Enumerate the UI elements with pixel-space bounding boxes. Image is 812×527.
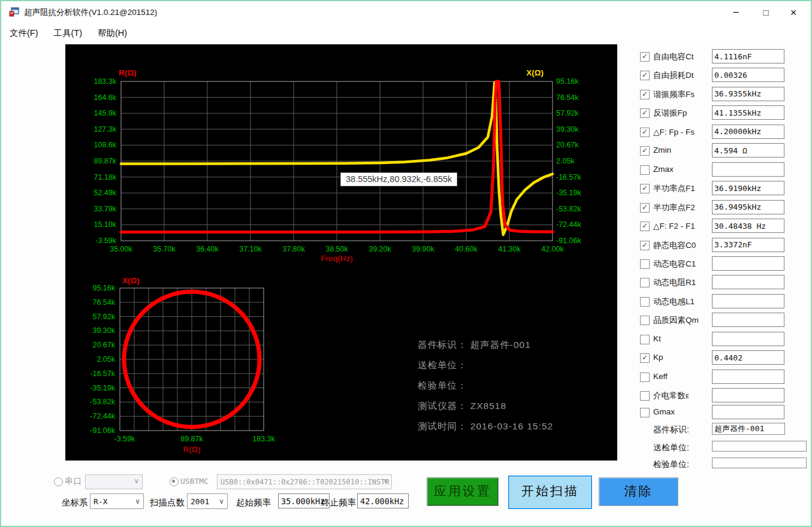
clear-button[interactable]: 清除 [599,477,678,506]
result-value-field[interactable] [712,105,784,120]
svg-text:57.92k: 57.92k [92,313,115,321]
result-checkbox[interactable]: ✓ [640,222,650,231]
extra-field-input[interactable] [712,423,785,435]
result-value-field[interactable] [712,275,784,289]
result-value-field[interactable] [712,388,784,402]
result-checkbox[interactable] [640,316,650,325]
svg-text:164.6k: 164.6k [93,93,116,102]
result-checkbox[interactable]: ✓ [640,203,650,213]
result-checkbox[interactable] [640,408,650,417]
svg-text:95.16k: 95.16k [556,77,579,86]
result-checkbox[interactable] [640,278,650,287]
result-checkbox[interactable] [640,165,650,175]
result-value-field[interactable] [712,49,784,63]
svg-text:76.54k: 76.54k [92,298,115,307]
usbtmc-resource-combo[interactable]: USB0::0x0471::0x2786::T020215010::INSTR … [217,474,392,489]
result-checkbox[interactable]: ✓ [640,108,650,118]
result-value-field[interactable] [712,162,784,177]
svg-text:145.9k: 145.9k [93,109,116,117]
result-row: 动态电容C1 [634,258,812,272]
result-checkbox[interactable] [640,297,650,307]
coord-system-combo[interactable]: R-X ∨ [90,493,144,509]
result-value-field[interactable] [712,200,784,214]
result-value-field[interactable] [712,350,784,365]
result-label: 动态电阻R1 [653,277,696,288]
result-row: ✓反谐振Fp [634,107,812,121]
serial-port-combo[interactable]: ∨ [85,474,143,489]
chevron-down-icon: ∨ [134,477,139,485]
result-value-field[interactable] [712,143,784,158]
info-line: 送检单位： [418,359,553,380]
svg-text:-3.59k: -3.59k [114,435,135,443]
info-line: 器件标识： 超声器件-001 [418,339,553,359]
extra-field-label: 器件标识: [653,425,689,435]
menu-file[interactable]: 文件(F) [2,25,46,41]
svg-text:76.54k: 76.54k [556,93,579,102]
result-value-field[interactable] [712,219,784,233]
result-checkbox[interactable] [640,372,650,382]
result-row: 介电常数ε [634,389,812,404]
menu-tools[interactable]: 工具(T) [47,25,90,41]
result-value-field[interactable] [712,125,784,139]
chevron-down-icon: ∨ [383,477,388,485]
sweep-points-combo[interactable]: 2001 ∨ [187,493,228,509]
result-value-field[interactable] [712,68,784,82]
result-row: ✓静态电容C0 [634,239,812,253]
extra-field-input[interactable] [712,458,807,468]
result-checkbox[interactable]: ✓ [640,353,650,363]
result-checkbox[interactable]: ✓ [640,71,650,80]
extra-field-label: 送检单位: [653,443,689,453]
result-row: ✓△F: Fp - Fs [634,126,812,140]
result-value-field[interactable] [712,238,784,252]
svg-text:-53.82k: -53.82k [90,398,115,406]
result-value-field[interactable] [712,294,784,308]
result-checkbox[interactable]: ✓ [640,184,650,193]
usbtmc-radio[interactable] [170,477,179,486]
result-checkbox[interactable]: ✓ [640,146,650,156]
cursor-tooltip: 38.555kHz,80.932k,-6.855k [340,172,457,186]
result-value-field[interactable] [712,256,784,271]
result-checkbox[interactable] [640,391,650,401]
sweep-points-label: 扫描点数 [150,497,185,508]
result-label: 品质因素Qm [653,315,699,326]
extra-field-input[interactable] [712,441,807,452]
app-icon [9,7,19,17]
result-value-field[interactable] [712,332,784,346]
result-row: ✓半功率点F1 [634,182,812,196]
svg-text:52.49k: 52.49k [93,189,116,197]
result-value-field[interactable] [712,87,784,101]
result-row: ✓自由电容Ct [634,50,812,65]
result-label: Kt [653,334,661,343]
result-checkbox[interactable]: ✓ [640,90,650,99]
result-checkbox[interactable] [640,335,650,344]
result-label: Kp [653,353,663,362]
start-freq-label: 起始频率 [236,497,271,508]
result-row: ✓△F: F2 - F1 [634,220,812,234]
result-value-field[interactable] [712,369,784,384]
result-label: Keff [653,372,668,381]
svg-text:38.50k: 38.50k [325,245,348,253]
apply-settings-button[interactable]: 应用设置 [427,477,499,506]
result-row: ✓Zmin [634,144,812,159]
svg-text:-35.19k: -35.19k [90,384,115,392]
result-value-field[interactable] [712,313,784,327]
result-value-field[interactable] [712,181,784,195]
result-checkbox[interactable]: ✓ [640,241,650,250]
start-scan-button[interactable]: 开始扫描 [508,475,592,509]
stop-freq-input[interactable] [357,493,409,508]
result-checkbox[interactable]: ✓ [640,128,650,137]
svg-text:39.20k: 39.20k [369,245,391,253]
result-checkbox[interactable]: ✓ [640,52,650,62]
result-row: ✓谐振频率Fs [634,88,812,102]
result-value-field[interactable] [712,405,784,419]
window-title: 超声阻抗分析软件(V1.0.21@201512) [24,7,157,18]
menu-help[interactable]: 帮助(H) [90,25,134,41]
result-checkbox[interactable] [640,259,650,269]
svg-text:37.80k: 37.80k [282,245,305,253]
serial-radio-label: 串口 [65,476,81,487]
result-row: 动态电阻R1 [634,276,812,290]
svg-text:-16.57k: -16.57k [90,369,115,378]
serial-radio[interactable] [54,477,63,486]
result-label: △F: F2 - F1 [653,221,695,231]
svg-text:89.87k: 89.87k [180,435,203,443]
